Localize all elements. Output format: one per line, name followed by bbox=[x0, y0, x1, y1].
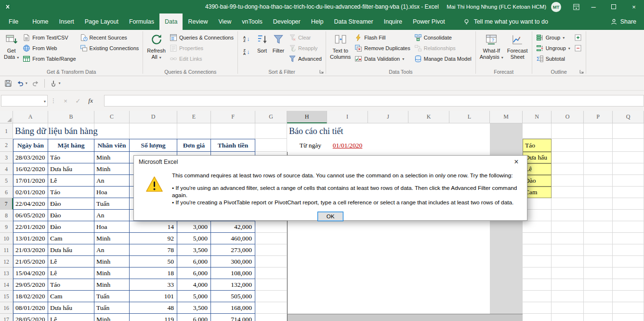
cell-B11[interactable]: Dưa hấu bbox=[48, 244, 94, 256]
tab-help[interactable]: Help bbox=[306, 13, 329, 30]
row-header-11[interactable]: 11 bbox=[0, 244, 13, 256]
cell-G17[interactable] bbox=[255, 314, 287, 321]
cell-F2[interactable]: Thành tiền bbox=[211, 139, 255, 152]
cell-A3[interactable]: 28/03/2020 bbox=[13, 152, 48, 163]
tab-home[interactable]: Home bbox=[27, 13, 53, 30]
cell-B9[interactable]: Đào bbox=[48, 221, 94, 233]
touch-mode-button[interactable]: ▾ bbox=[48, 78, 63, 89]
cell-M9[interactable] bbox=[490, 221, 523, 233]
cell-Q3[interactable] bbox=[613, 152, 644, 163]
filter-button[interactable]: Filter bbox=[271, 31, 286, 55]
cell-O17[interactable] bbox=[552, 314, 584, 321]
column-header-F[interactable]: F bbox=[211, 111, 255, 123]
cell-J2[interactable] bbox=[368, 139, 408, 152]
cell-C3[interactable]: Minh bbox=[94, 152, 130, 163]
cell-F16[interactable]: 168,000 bbox=[211, 302, 255, 314]
cell-E14[interactable]: 4,000 bbox=[177, 279, 211, 291]
cell-Q6[interactable] bbox=[613, 187, 644, 198]
cell-Q5[interactable] bbox=[613, 175, 644, 187]
recent-sources-button[interactable]: Recent Sources bbox=[79, 32, 141, 43]
cell-G15[interactable] bbox=[255, 291, 287, 302]
tab-inquire[interactable]: Inquire bbox=[379, 13, 407, 30]
cell-E12[interactable]: 6,000 bbox=[177, 256, 211, 268]
cell-O3[interactable] bbox=[552, 152, 584, 163]
cell-O15[interactable] bbox=[552, 291, 584, 302]
cell-I14[interactable] bbox=[327, 279, 368, 291]
row-header-7[interactable]: 7 bbox=[0, 198, 13, 210]
cell-E16[interactable]: 3,500 bbox=[177, 302, 211, 314]
undo-button[interactable]: ▾ bbox=[14, 78, 29, 89]
cell-D10[interactable]: 92 bbox=[130, 233, 177, 244]
cell-P3[interactable] bbox=[584, 152, 613, 163]
cell-D16[interactable]: 48 bbox=[130, 302, 177, 314]
from-web-button[interactable]: From Web bbox=[21, 43, 77, 54]
cell-P4[interactable] bbox=[584, 163, 613, 175]
ungroup-button[interactable]: Ungroup▾ bbox=[535, 43, 572, 54]
cell-J10[interactable] bbox=[368, 233, 408, 244]
cell-M2[interactable] bbox=[490, 139, 523, 152]
formula-input[interactable] bbox=[104, 95, 644, 107]
cell-H11[interactable] bbox=[287, 244, 327, 256]
tab-formulas[interactable]: Formulas bbox=[124, 13, 159, 30]
cell-O13[interactable] bbox=[552, 268, 584, 279]
sort-a-to-z-button[interactable]: AZ↓ bbox=[240, 33, 253, 45]
cell-H13[interactable] bbox=[287, 268, 327, 279]
cell-G13[interactable] bbox=[255, 268, 287, 279]
cell-E9[interactable]: 3,000 bbox=[177, 221, 211, 233]
cell-M14[interactable] bbox=[490, 279, 523, 291]
row-header-13[interactable]: 13 bbox=[0, 268, 13, 279]
cell-A10[interactable]: 13/01/2020 bbox=[13, 233, 48, 244]
cell-N1[interactable] bbox=[523, 123, 552, 139]
cancel-formula-button[interactable]: × bbox=[59, 95, 72, 107]
tab-file[interactable]: File bbox=[0, 13, 27, 30]
cell-P2[interactable] bbox=[584, 139, 613, 152]
row-header-1[interactable]: 1 bbox=[0, 123, 13, 139]
cell-O9[interactable] bbox=[552, 221, 584, 233]
cell-K2[interactable] bbox=[408, 139, 449, 152]
cell-E11[interactable]: 3,500 bbox=[177, 244, 211, 256]
cell-Q2[interactable] bbox=[613, 139, 644, 152]
column-header-I[interactable]: I bbox=[327, 111, 368, 123]
cell-F12[interactable]: 300,000 bbox=[211, 256, 255, 268]
cell-L14[interactable] bbox=[449, 279, 490, 291]
cell-B3[interactable]: Táo bbox=[48, 152, 94, 163]
tab-insert[interactable]: Insert bbox=[54, 13, 79, 30]
row-header-17[interactable]: 17 bbox=[0, 314, 13, 321]
cell-E15[interactable]: 5,000 bbox=[177, 291, 211, 302]
row-header-3[interactable]: 3 bbox=[0, 152, 13, 163]
cell-P15[interactable] bbox=[584, 291, 613, 302]
cell-O1[interactable] bbox=[552, 123, 584, 139]
cell-J11[interactable] bbox=[368, 244, 408, 256]
cell-O8[interactable] bbox=[552, 210, 584, 221]
tab-review[interactable]: Review bbox=[183, 13, 213, 30]
cell-Q1[interactable] bbox=[613, 123, 644, 139]
cell-L13[interactable] bbox=[449, 268, 490, 279]
remove-duplicates-button[interactable]: Remove Duplicates bbox=[353, 43, 411, 54]
from-text-csv-button[interactable]: From Text/CSV bbox=[21, 32, 77, 43]
row-header-15[interactable]: 15 bbox=[0, 291, 13, 302]
cell-Q11[interactable] bbox=[613, 244, 644, 256]
cell-Q7[interactable] bbox=[613, 198, 644, 210]
cell-O5[interactable] bbox=[552, 175, 584, 187]
cell-C6[interactable]: Hoa bbox=[94, 187, 130, 198]
column-header-G[interactable]: G bbox=[255, 111, 287, 123]
sort-z-to-a-button[interactable]: ZA↓ bbox=[240, 46, 253, 58]
cell-K11[interactable] bbox=[408, 244, 449, 256]
cell-K14[interactable] bbox=[408, 279, 449, 291]
cell-A14[interactable]: 29/05/2020 bbox=[13, 279, 48, 291]
cell-Q4[interactable] bbox=[613, 163, 644, 175]
cell-J13[interactable] bbox=[368, 268, 408, 279]
name-box[interactable]: ▾ bbox=[1, 95, 48, 107]
cell-G10[interactable] bbox=[255, 233, 287, 244]
hide-detail-button[interactable] bbox=[573, 43, 583, 54]
row-header-12[interactable]: 12 bbox=[0, 256, 13, 268]
maximize-button[interactable] bbox=[604, 0, 624, 13]
tab-view[interactable]: View bbox=[213, 13, 237, 30]
column-header-P[interactable]: P bbox=[584, 111, 613, 123]
cell-P8[interactable] bbox=[584, 210, 613, 221]
row-header-16[interactable]: 16 bbox=[0, 302, 13, 314]
cell-C13[interactable]: Minh bbox=[94, 268, 130, 279]
cell-P12[interactable] bbox=[584, 256, 613, 268]
cell-M17[interactable] bbox=[490, 314, 523, 321]
cell-N15[interactable] bbox=[523, 291, 552, 302]
